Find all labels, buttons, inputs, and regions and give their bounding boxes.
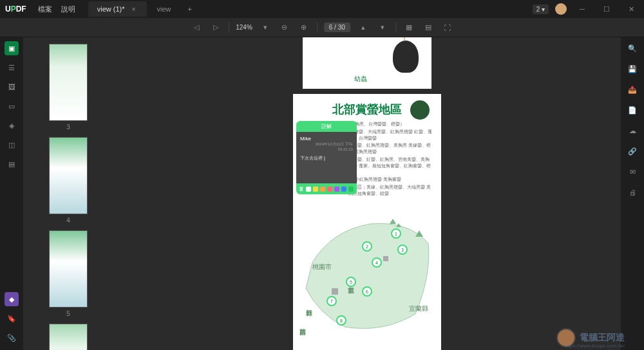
svg-text:1: 1 xyxy=(395,232,397,236)
thumbnail[interactable]: 3 xyxy=(30,44,107,131)
color-swatch[interactable] xyxy=(334,187,339,192)
annotation-note[interactable]: 註解 Mike 2024年12月11日 下午 03:21:15 下次去這裡 | … xyxy=(296,121,357,194)
thumbnails-icon[interactable]: ▣ xyxy=(5,41,19,55)
list-item: 黑翅螢、紅胸黑翅螢、黃胸黑 黃緣螢、橙螢 黃胸黑翅螢 xyxy=(347,142,432,155)
color-swatch[interactable] xyxy=(327,187,332,192)
cloud-icon[interactable]: ☁ xyxy=(625,124,639,138)
prev-page-label: 幼蟲 xyxy=(354,75,367,84)
color-swatch[interactable] xyxy=(348,187,354,192)
svg-text:3: 3 xyxy=(401,248,404,252)
note-text[interactable]: 下次去這裡 | xyxy=(300,155,353,161)
color-swatch[interactable] xyxy=(313,187,318,192)
attachments-icon[interactable]: 🖼 xyxy=(5,80,19,94)
main-menu: 檔案 說明 xyxy=(32,5,75,14)
titlebar-right: 2 ▾ ─ ☐ ✕ xyxy=(533,0,644,18)
bookmarks-icon[interactable]: ☰ xyxy=(5,60,19,75)
minimize-button[interactable]: ─ xyxy=(573,0,591,18)
share-icon[interactable]: 🔗 xyxy=(625,144,639,158)
trash-icon[interactable]: 🗑 xyxy=(299,186,304,192)
page-tool-icon[interactable]: 📄 xyxy=(625,103,639,117)
export-icon[interactable]: 📤 xyxy=(625,82,639,97)
thumbnail-icon[interactable]: ▤ xyxy=(422,21,435,34)
list-item: 黑翅螢、紅螢、紅胸黑、雲南黃螢、黃胸窗螢 蓬萊、擬短短角窗螢、紅胸窗螢、橙螢 xyxy=(347,156,432,175)
svg-text:8: 8 xyxy=(340,318,343,323)
thumbnail[interactable]: 6 xyxy=(30,324,107,350)
tab-label: view xyxy=(157,5,171,13)
zoom-level[interactable]: 124% xyxy=(236,24,252,31)
bookmark-icon[interactable]: 🔖 xyxy=(5,311,19,326)
tab-active[interactable]: view (1)* × xyxy=(88,1,147,17)
svg-text:5: 5 xyxy=(350,280,352,284)
color-swatch[interactable] xyxy=(320,187,325,192)
save-icon[interactable]: 💾 xyxy=(625,62,639,76)
signatures-icon[interactable]: ▤ xyxy=(5,157,19,171)
svg-text:7: 7 xyxy=(330,299,333,304)
clip-icon[interactable]: 📎 xyxy=(5,331,19,345)
fullscreen-icon[interactable]: ⛶ xyxy=(441,21,454,34)
mail-icon[interactable]: ✉ xyxy=(625,165,639,179)
search-icon[interactable]: 🔍 xyxy=(625,41,639,55)
close-icon[interactable]: × xyxy=(130,5,138,13)
bear-illustration xyxy=(393,41,419,73)
previous-page-partial: 幼蟲 xyxy=(303,37,431,89)
page-up-icon[interactable]: ▴ xyxy=(357,21,370,34)
add-tab-button[interactable]: + xyxy=(182,1,198,17)
svg-text:苗栗縣: 苗栗縣 xyxy=(299,329,306,336)
note-body[interactable]: Mike 2024年12月11日 下午 03:21:15 下次去這裡 | xyxy=(296,132,357,183)
zoom-dropdown-icon[interactable]: ▾ xyxy=(259,21,272,34)
note-timestamp: 2024年12月11日 下午 03:21:15 xyxy=(300,142,353,151)
svg-text:新竹縣: 新竹縣 xyxy=(306,309,312,317)
zoom-out-icon[interactable]: ⊖ xyxy=(278,21,291,34)
right-rail: 🔍 💾 📤 📄 ☁ 🔗 ✉ 🖨 xyxy=(621,37,644,350)
tab-inactive[interactable]: view xyxy=(148,1,180,17)
menu-file[interactable]: 檔案 xyxy=(38,5,52,14)
left-rail: ▣ ☰ 🖼 ▭ ◈ ◫ ▤ ◆ 🔖 📎 xyxy=(0,37,23,350)
list-item: 林木區；黃緣、紅胸黑翅螢、大端黑螢 黃胸黑短角窗螢、紋螢 xyxy=(347,184,432,197)
watermark-text: 電腦王阿達 xyxy=(580,332,625,344)
color-swatch[interactable] xyxy=(341,187,346,192)
note-tab: 註解 xyxy=(296,121,357,132)
color-swatch[interactable] xyxy=(306,187,311,192)
thumbnail[interactable]: 4 xyxy=(30,137,107,224)
chat-icon[interactable]: ◆ xyxy=(5,292,19,306)
document-area[interactable]: 幼蟲 北部賞螢地區 1.基隆地區（黑翅螢、黃胸黑、台灣螢螢、橙螢） 2.陽明山國… xyxy=(113,37,621,350)
title-decoration-icon xyxy=(410,100,430,120)
thumbnails-panel[interactable]: 3 4 5 6 xyxy=(23,37,113,350)
level-badge[interactable]: 2 ▾ xyxy=(533,5,549,14)
zoom-in-icon[interactable]: ⊕ xyxy=(298,21,310,34)
menu-help[interactable]: 說明 xyxy=(61,5,75,14)
list-item: 5.小紅胸黑翅螢 黃胸窗螢 xyxy=(347,176,432,183)
page-down-icon[interactable]: ▾ xyxy=(376,21,389,34)
layers-icon[interactable]: ◈ xyxy=(5,118,19,133)
watermark-url: https://www.kocpc.com.tw/ xyxy=(564,343,625,349)
svg-rect-22 xyxy=(383,256,388,261)
print-icon[interactable]: 🖨 xyxy=(625,185,639,199)
svg-text:6: 6 xyxy=(366,290,368,294)
app-logo: UPDF xyxy=(0,5,32,14)
back-icon[interactable]: ◁ xyxy=(190,21,203,34)
map-illustration: 桃園市 新北市 新竹縣 苗栗縣 宜蘭縣 1 2 3 4 5 6 7 8 xyxy=(293,198,441,340)
svg-text:宜蘭縣: 宜蘭縣 xyxy=(409,305,428,312)
tab-label: view (1)* xyxy=(97,5,125,13)
svg-text:桃園市: 桃園市 xyxy=(312,263,332,270)
titlebar: UPDF 檔案 說明 view (1)* × view + 2 ▾ ─ ☐ ✕ xyxy=(0,0,644,18)
note-footer: 🗑 xyxy=(296,183,357,194)
svg-text:2: 2 xyxy=(366,244,368,249)
thumbnail[interactable]: 5 xyxy=(30,230,107,317)
page-indicator[interactable]: 6 / 30 xyxy=(324,23,350,32)
layout-icon[interactable]: ▦ xyxy=(402,21,415,34)
avatar[interactable] xyxy=(555,3,567,15)
svg-text:4: 4 xyxy=(375,261,378,265)
note-author: Mike xyxy=(300,136,353,142)
close-button[interactable]: ✕ xyxy=(622,0,640,18)
forward-icon[interactable]: ▷ xyxy=(209,21,222,34)
svg-rect-21 xyxy=(332,288,338,295)
toolbar: ◁ ▷ 124% ▾ ⊖ ⊕ 6 / 30 ▴ ▾ ▦ ▤ ⛶ xyxy=(0,18,644,37)
form-icon[interactable]: ◫ xyxy=(5,138,19,152)
annotations-icon[interactable]: ▭ xyxy=(5,99,19,113)
tabs: view (1)* × view + xyxy=(88,1,198,17)
maximize-button[interactable]: ☐ xyxy=(598,0,616,18)
